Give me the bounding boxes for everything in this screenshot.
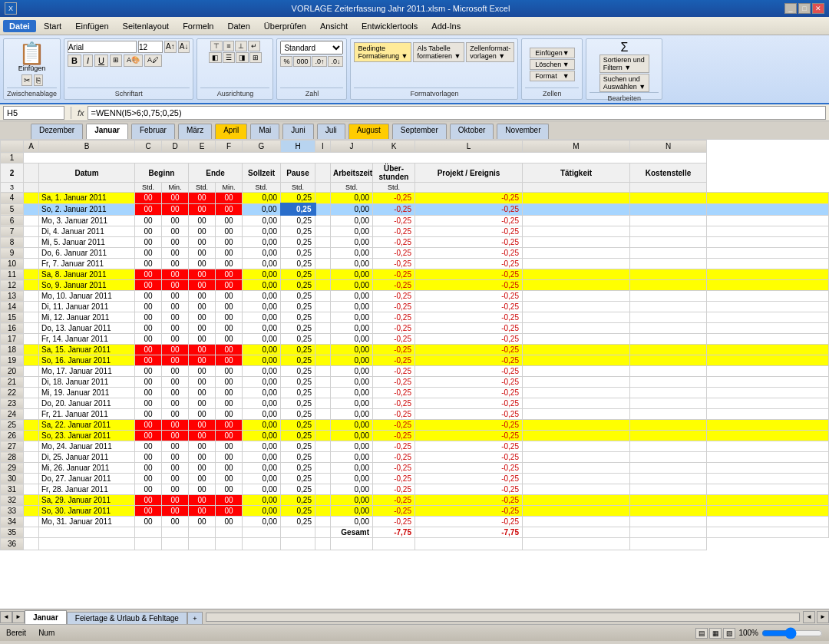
cell-sollzeit-11[interactable]: 0,00	[243, 269, 281, 280]
cell-projekt-12[interactable]	[523, 280, 630, 291]
cell-ueberstunden-sum-4[interactable]: -0,25	[415, 193, 523, 204]
cell-datum-20[interactable]: Mo, 17. Januar 2011	[39, 366, 135, 377]
cell-projekt-16[interactable]	[523, 323, 630, 334]
cell-datum-11[interactable]: Sa, 8. Januar 2011	[39, 269, 135, 280]
cell-endemin-26[interactable]: 00	[216, 431, 243, 441]
cell-sollzeit-8[interactable]: 0,00	[243, 237, 281, 248]
cell-ueberstunden-sum-30[interactable]: -0,25	[415, 474, 523, 484]
cell-a18[interactable]	[24, 345, 39, 355]
cell-ueberstunden-22[interactable]: -0,25	[373, 388, 415, 398]
cell-pause-4[interactable]: 0,25	[281, 193, 315, 204]
cell-endestd-7[interactable]: 00	[189, 226, 216, 237]
row-36-cell-13[interactable]	[630, 538, 707, 550]
cell-ueberstunden-sum-33[interactable]: -0,25	[415, 506, 523, 517]
cell-beginnstd-11[interactable]: 00	[135, 269, 162, 280]
page-break-button[interactable]: ▧	[723, 628, 735, 639]
cell-projekt-7[interactable]	[523, 226, 630, 237]
cell-taetigkeit-22[interactable]	[630, 388, 707, 398]
cell-endemin-32[interactable]: 00	[216, 495, 243, 506]
cell-datum-16[interactable]: Do, 13. Januar 2011	[39, 323, 135, 334]
cell-ueberstunden-20[interactable]: -0,25	[373, 366, 415, 377]
cell-endestd-31[interactable]: 00	[189, 484, 216, 495]
cell-endestd-32[interactable]: 00	[189, 495, 216, 506]
cell-beginnstd-26[interactable]: 00	[135, 431, 162, 441]
cell-a6[interactable]	[24, 215, 39, 226]
scroll-end-left-btn[interactable]: ◄	[803, 611, 815, 623]
cell-projekt-24[interactable]	[523, 409, 630, 420]
cell-endestd-12[interactable]: 00	[189, 280, 216, 291]
cell-datum-12[interactable]: So, 9. Januar 2011	[39, 280, 135, 291]
cell-datum-30[interactable]: Do, 27. Januar 2011	[39, 474, 135, 484]
cell-datum-9[interactable]: Do, 6. Januar 2011	[39, 248, 135, 259]
cell-projekt-25[interactable]	[523, 420, 630, 431]
cell-a9[interactable]	[24, 248, 39, 259]
row-36-cell-4[interactable]	[189, 538, 216, 550]
cell-endestd-29[interactable]: 00	[189, 463, 216, 474]
cell-a21[interactable]	[24, 377, 39, 388]
cell-taetigkeit-4[interactable]	[630, 193, 707, 204]
cell-ueberstunden-sum-34[interactable]: -0,25	[415, 517, 523, 527]
row-36-cell-2[interactable]	[135, 538, 162, 550]
cell-datum-19[interactable]: So, 16. Januar 2011	[39, 355, 135, 366]
cell-endemin-8[interactable]: 00	[216, 237, 243, 248]
cell-pause-13[interactable]: 0,25	[281, 291, 315, 302]
cell-kostenstelle-8[interactable]	[707, 237, 829, 248]
cell-arbeitszeit-22[interactable]: 0,00	[331, 388, 373, 398]
menu-ansicht[interactable]: Ansicht	[314, 20, 354, 32]
cell-ueberstunden-sum-15[interactable]: -0,25	[415, 312, 523, 323]
cell-arbeitszeit-34[interactable]: 0,00	[331, 517, 373, 527]
as-table-button[interactable]: Als Tabelleformatieren ▼	[413, 42, 464, 62]
cut-button[interactable]: ✂	[21, 74, 32, 86]
cell-beginnmin-9[interactable]: 00	[162, 248, 189, 259]
cell-pause-10[interactable]: 0,25	[281, 259, 315, 269]
cell-endestd-8[interactable]: 00	[189, 237, 216, 248]
cell-ueberstunden-31[interactable]: -0,25	[373, 484, 415, 495]
cell-beginnmin-25[interactable]: 00	[162, 420, 189, 431]
cell-beginnstd-34[interactable]: 00	[135, 517, 162, 527]
tab-september[interactable]: September	[392, 124, 447, 139]
cell-ueberstunden-5[interactable]: -0,25	[373, 203, 415, 215]
menu-start[interactable]: Start	[38, 20, 68, 32]
cell-arbeitszeit-25[interactable]: 0,00	[331, 420, 373, 431]
normal-view-button[interactable]: ▤	[695, 628, 708, 639]
cell-projekt-19[interactable]	[523, 355, 630, 366]
row-36-cell-9[interactable]	[331, 538, 373, 550]
col-l-header[interactable]: L	[415, 140, 523, 153]
cell-datum-6[interactable]: Mo, 3. Januar 2011	[39, 215, 135, 226]
cell-arbeitszeit-30[interactable]: 0,00	[331, 474, 373, 484]
cell-endemin-31[interactable]: 00	[216, 484, 243, 495]
cell-arbeitszeit-18[interactable]: 0,00	[331, 345, 373, 355]
row-36-cell-7[interactable]	[281, 538, 315, 550]
row-36-cell-1[interactable]	[39, 538, 135, 550]
cell-pause-8[interactable]: 0,25	[281, 237, 315, 248]
cell-ueberstunden-11[interactable]: -0,25	[373, 269, 415, 280]
row-36-cell-10[interactable]	[373, 538, 415, 550]
cell-taetigkeit-9[interactable]	[630, 248, 707, 259]
maximize-button[interactable]: □	[798, 3, 811, 14]
cell-projekt-15[interactable]	[523, 312, 630, 323]
cell-pause-28[interactable]: 0,25	[281, 452, 315, 463]
col-a-header[interactable]: A	[24, 140, 39, 153]
cell-taetigkeit-23[interactable]	[630, 398, 707, 409]
tab-dezember[interactable]: Dezember	[31, 124, 83, 139]
cell-a30[interactable]	[24, 474, 39, 484]
row-36-cell-5[interactable]	[216, 538, 243, 550]
cell-projekt-22[interactable]	[523, 388, 630, 398]
cell-arbeitszeit-14[interactable]: 0,00	[331, 302, 373, 312]
cell-arbeitszeit-33[interactable]: 0,00	[331, 506, 373, 517]
cell-ueberstunden-16[interactable]: -0,25	[373, 323, 415, 334]
cell-taetigkeit-33[interactable]	[630, 506, 707, 517]
cell-a13[interactable]	[24, 291, 39, 302]
cell-ueberstunden-sum-27[interactable]: -0,25	[415, 441, 523, 452]
row-36-cell-3[interactable]	[162, 538, 189, 550]
bold-button[interactable]: B	[68, 54, 81, 67]
cell-pause-9[interactable]: 0,25	[281, 248, 315, 259]
cell-endestd-5[interactable]: 00	[189, 203, 216, 215]
cell-pause-16[interactable]: 0,25	[281, 323, 315, 334]
cell-beginnmin-5[interactable]: 00	[162, 203, 189, 215]
cell-beginnstd-30[interactable]: 00	[135, 474, 162, 484]
cell-beginnstd-27[interactable]: 00	[135, 441, 162, 452]
cell-taetigkeit-12[interactable]	[630, 280, 707, 291]
col-b-header[interactable]: B	[39, 140, 135, 153]
cell-taetigkeit-27[interactable]	[630, 441, 707, 452]
